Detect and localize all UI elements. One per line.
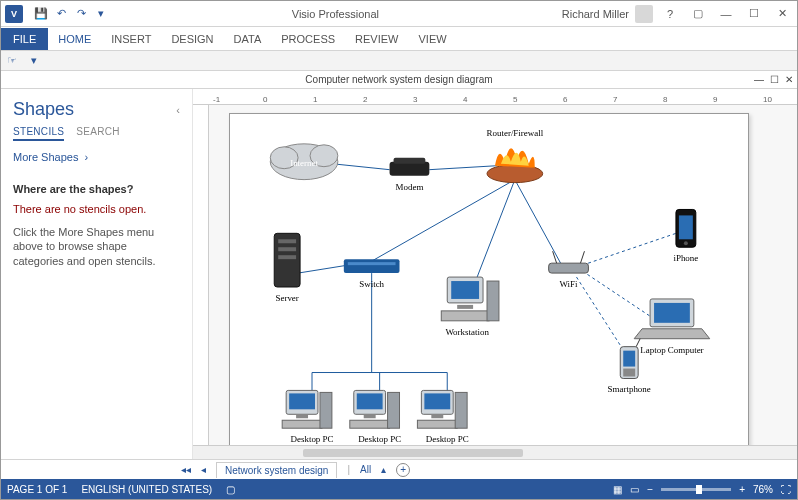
svg-text:Laptop Computer: Laptop Computer [640,345,703,355]
svg-line-39 [580,251,584,263]
tab-view[interactable]: VIEW [408,28,456,50]
ribbon: FILE HOME INSERT DESIGN DATA PROCESS REV… [1,27,797,51]
shape-workstation[interactable]: Workstation [441,277,499,337]
shape-iphone[interactable]: iPhone [673,209,698,263]
svg-rect-18 [390,162,430,176]
shapes-empty-msg: There are no stencils open. [13,203,180,215]
sheet-nav-first-icon[interactable]: ◂◂ [181,464,191,475]
svg-text:Modem: Modem [396,182,424,192]
collapse-panel-icon[interactable]: ‹ [176,104,180,116]
view-normal-icon[interactable]: ▭ [630,484,639,495]
save-icon[interactable]: 💾 [33,6,49,22]
status-page[interactable]: PAGE 1 OF 1 [7,484,67,495]
avatar[interactable] [635,5,653,23]
shape-modem[interactable]: Modem [390,158,430,192]
zoom-out-icon[interactable]: − [647,484,653,495]
zoom-level[interactable]: 76% [753,484,773,495]
chevron-right-icon: › [85,151,89,163]
help-icon[interactable]: ? [659,5,681,23]
drawing-page[interactable]: Internet Modem Rout [229,113,749,445]
status-language[interactable]: ENGLISH (UNITED STATES) [81,484,212,495]
svg-rect-46 [654,303,690,323]
doc-minimize-icon[interactable]: — [754,74,764,85]
shape-router-firewall[interactable]: Router/Firewall [487,128,544,183]
more-shapes-link[interactable]: More Shapes › [13,151,180,163]
search-tab[interactable]: SEARCH [76,126,119,141]
svg-rect-34 [441,311,489,321]
doc-restore-icon[interactable]: ☐ [770,74,779,85]
shape-server[interactable]: Server [274,233,300,303]
sheet-tab-active[interactable]: Network system design [216,462,337,478]
app-icon: V [5,5,23,23]
shape-desktop-pc[interactable]: Desktop PC [417,390,468,444]
svg-rect-35 [487,281,499,321]
macro-record-icon[interactable]: ▢ [226,484,235,495]
shape-desktop-pc[interactable]: Desktop PC [282,390,333,444]
undo-icon[interactable]: ↶ [53,6,69,22]
maximize-icon[interactable]: ☐ [743,5,765,23]
canvas[interactable]: Internet Modem Rout [209,105,797,445]
svg-point-43 [684,241,688,245]
fit-page-icon[interactable]: ⛶ [781,484,791,495]
shapes-help-text: Click the More Shapes menu above to brow… [13,225,180,268]
shapes-question: Where are the shapes? [13,183,180,195]
ruler-vertical [193,105,209,445]
zoom-in-icon[interactable]: + [739,484,745,495]
ribbon-toggle-icon[interactable]: ▢ [687,5,709,23]
tab-data[interactable]: DATA [224,28,272,50]
user-name[interactable]: Richard Miller [562,8,629,20]
view-presentation-icon[interactable]: ▦ [613,484,622,495]
svg-text:Workstation: Workstation [445,327,489,337]
svg-text:WiFi: WiFi [560,279,579,289]
close-icon[interactable]: ✕ [771,5,793,23]
tab-home[interactable]: HOME [48,28,101,50]
svg-text:Desktop PC: Desktop PC [291,434,334,444]
svg-rect-62 [364,414,376,418]
svg-text:Desktop PC: Desktop PC [426,434,469,444]
svg-text:Desktop PC: Desktop PC [358,434,401,444]
svg-text:iPhone: iPhone [673,253,698,263]
svg-line-0 [332,164,390,170]
svg-line-5 [298,265,348,273]
svg-rect-19 [394,158,426,164]
svg-text:Router/Firewall: Router/Firewall [487,128,544,138]
tab-design[interactable]: DESIGN [161,28,223,50]
stencils-tab[interactable]: STENCILS [13,126,64,141]
svg-rect-32 [451,281,479,299]
horizontal-scrollbar[interactable] [193,445,797,459]
svg-rect-25 [278,247,296,251]
minimize-icon[interactable]: — [715,5,737,23]
svg-line-1 [429,166,497,170]
tab-review[interactable]: REVIEW [345,28,408,50]
svg-rect-63 [350,420,390,428]
shape-wifi[interactable]: WiFi [549,251,589,289]
ruler-horizontal: -1012345678910 [193,89,797,105]
sheet-all-dropdown-icon[interactable]: ▴ [381,464,386,475]
svg-rect-26 [278,255,296,259]
svg-rect-70 [455,392,467,428]
svg-marker-47 [634,329,710,339]
svg-rect-56 [296,414,308,418]
shape-desktop-pc[interactable]: Desktop PC [350,390,401,444]
qat-dropdown-icon[interactable]: ▾ [93,6,109,22]
shape-internet[interactable]: Internet [270,144,338,180]
add-sheet-button[interactable]: + [396,463,410,477]
sheet-nav-prev-icon[interactable]: ◂ [201,464,206,475]
svg-text:Smartphone: Smartphone [608,384,651,394]
strip-dropdown-icon[interactable]: ▾ [23,54,45,67]
file-tab[interactable]: FILE [1,28,48,50]
tab-insert[interactable]: INSERT [101,28,161,50]
svg-rect-42 [679,215,693,239]
shape-laptop[interactable]: Laptop Computer [634,299,710,355]
touch-mode-icon[interactable]: ☞ [1,54,23,67]
sheet-all[interactable]: All [360,464,371,475]
app-title: Visio Professional [109,8,562,20]
svg-rect-33 [457,305,473,309]
svg-rect-24 [278,239,296,243]
doc-close-icon[interactable]: ✕ [785,74,793,85]
shapes-title: Shapes [13,99,74,120]
zoom-slider[interactable] [661,488,731,491]
tab-process[interactable]: PROCESS [271,28,345,50]
redo-icon[interactable]: ↷ [73,6,89,22]
svg-rect-29 [348,262,396,265]
